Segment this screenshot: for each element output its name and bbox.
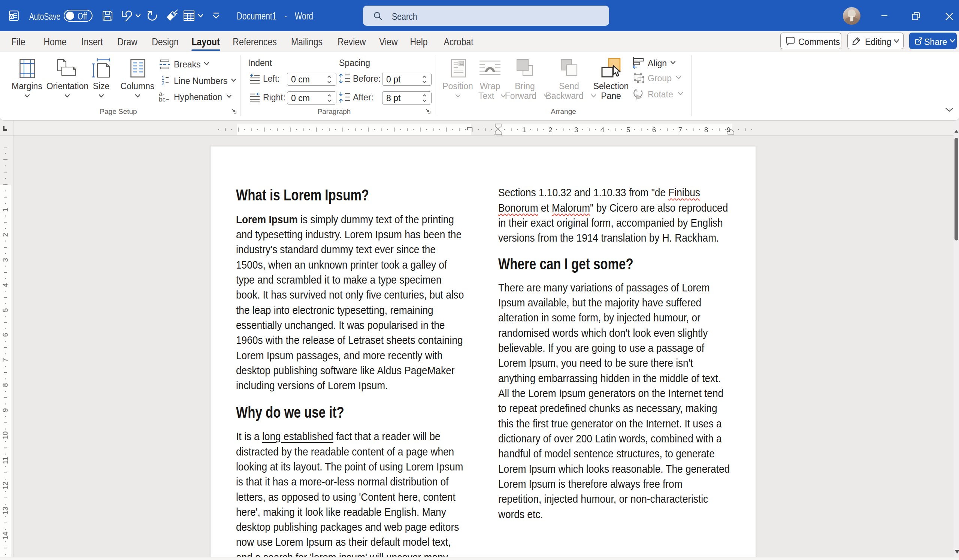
svg-text:bc: bc <box>159 96 166 102</box>
svg-text:W: W <box>10 14 13 19</box>
svg-text:2: 2 <box>161 80 164 86</box>
